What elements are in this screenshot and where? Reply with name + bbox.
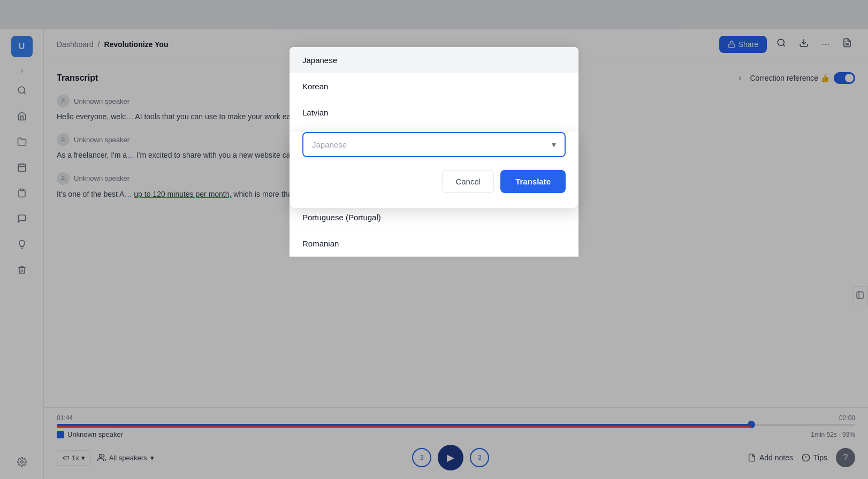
dropdown-option-latvian[interactable]: Latvian <box>290 99 578 126</box>
dropdown-option-korean[interactable]: Korean <box>290 73 578 99</box>
translate-button[interactable]: Translate <box>500 170 566 193</box>
cancel-button[interactable]: Cancel <box>442 170 494 193</box>
language-select-value: Japanese <box>312 140 552 149</box>
modal-overlay[interactable]: Japanese Korean Latvian Nepal Persian Po… <box>0 0 868 479</box>
dropdown-option-romanian[interactable]: Romanian <box>290 230 578 257</box>
dropdown-option-portuguese[interactable]: Portuguese (Portugal) <box>290 204 578 230</box>
dropdown-chevron-icon: ▾ <box>552 140 556 150</box>
translate-dialog: Japanese ▾ Cancel Translate <box>290 132 578 208</box>
language-select[interactable]: Japanese ▾ <box>302 132 566 157</box>
dropdown-option-japanese[interactable]: Japanese <box>290 47 578 73</box>
dialog-actions: Cancel Translate <box>290 170 578 193</box>
